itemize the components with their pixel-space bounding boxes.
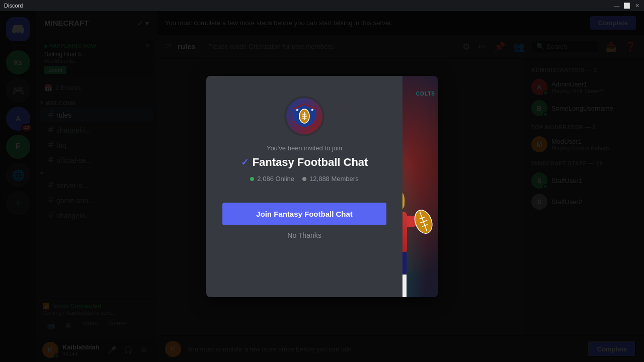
online-dot <box>250 177 254 181</box>
verified-badge-icon: ✓ <box>241 157 249 168</box>
window-controls: — ⬜ ✕ <box>614 3 640 9</box>
minimize-button[interactable]: — <box>614 3 620 9</box>
titlebar: Discord — ⬜ ✕ <box>0 0 644 11</box>
invite-server-name: ✓ Fantasy Football Chat <box>241 156 368 169</box>
member-dot <box>302 177 306 181</box>
invite-subtitle: You've been invited to join <box>267 144 342 152</box>
close-button[interactable]: ✕ <box>634 3 640 9</box>
svg-text:★: ★ <box>310 108 314 112</box>
colts-text: COLTS <box>416 91 435 97</box>
member-stat: 12,888 Members <box>302 175 359 183</box>
app-title: Discord <box>4 3 23 9</box>
online-stat: 2,086 Online <box>250 175 294 183</box>
invite-modal-left: ★ ★ You've been invited to join ✓ Fantas… <box>206 76 403 297</box>
invite-modal: ★ ★ You've been invited to join ✓ Fantas… <box>206 76 438 297</box>
no-thanks-button[interactable]: No Thanks <box>222 231 386 239</box>
svg-text:★: ★ <box>295 108 299 112</box>
join-server-button[interactable]: Join Fantasy Football Chat <box>222 203 386 225</box>
server-invite-logo: ★ ★ <box>284 96 325 136</box>
modal-overlay: ★ ★ You've been invited to join ✓ Fantas… <box>0 11 644 362</box>
invite-stats: 2,086 Online 12,888 Members <box>250 175 358 183</box>
restore-button[interactable]: ⬜ <box>624 3 630 9</box>
